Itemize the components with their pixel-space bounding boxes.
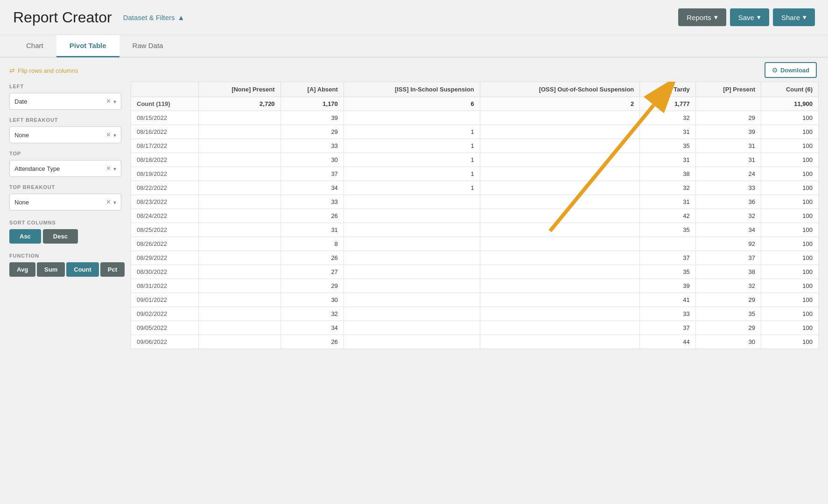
row-present: 35: [695, 307, 761, 321]
col-header-oss: [OSS] Out-of-School Suspension: [480, 82, 640, 97]
row-iss: [344, 293, 480, 307]
row-oss: [480, 279, 640, 293]
row-absent: 32: [281, 307, 344, 321]
table-row: 09/05/2022 34 37 29 100: [131, 321, 819, 335]
row-count: 100: [761, 293, 818, 307]
func-sum-button[interactable]: Sum: [37, 262, 65, 277]
table-area: ⊙ Download: [131, 57, 828, 504]
download-label: Download: [780, 67, 809, 74]
flip-icon: ⇄: [9, 67, 15, 74]
row-none-present: [198, 195, 281, 209]
row-none-present: [198, 237, 281, 251]
top-select[interactable]: Attendance Type: [9, 160, 121, 177]
row-absent: 33: [281, 195, 344, 209]
share-label: Share: [781, 14, 800, 21]
top-section-label: TOP: [9, 151, 121, 156]
header: Report Creator Dataset & Filters ▲ Repor…: [0, 0, 828, 35]
row-none-present: [198, 251, 281, 265]
row-present: 33: [695, 181, 761, 195]
row-absent: 29: [281, 125, 344, 139]
row-oss: [480, 293, 640, 307]
left-breakout-select[interactable]: None: [9, 126, 121, 143]
top-breakout-controls: [106, 198, 116, 206]
function-label: FUNCTION: [9, 253, 121, 259]
chevron-down-icon: ▾: [803, 13, 807, 21]
tab-chart[interactable]: Chart: [13, 35, 56, 57]
row-iss: 1: [344, 153, 480, 167]
row-present: 92: [695, 237, 761, 251]
left-chevron-icon: [113, 98, 116, 105]
table-row: 08/23/2022 33 31 36 100: [131, 195, 819, 209]
sort-columns-label: SORT COLUMNS: [9, 220, 121, 225]
row-none-present: [198, 223, 281, 237]
row-absent: 29: [281, 279, 344, 293]
table-row: 08/22/2022 34 1 32 33 100: [131, 181, 819, 195]
save-button[interactable]: Save ▾: [730, 8, 769, 26]
table-row: 08/16/2022 29 1 31 39 100: [131, 125, 819, 139]
row-tardy: 39: [640, 279, 695, 293]
row-count: 100: [761, 265, 818, 279]
func-avg-button[interactable]: Avg: [9, 262, 35, 277]
table-row: 09/06/2022 26 44 30 100: [131, 335, 819, 349]
row-none-present: [198, 125, 281, 139]
top-chevron-icon: [113, 165, 116, 172]
sort-desc-button[interactable]: Desc: [43, 229, 78, 244]
app-container: Report Creator Dataset & Filters ▲ Repor…: [0, 0, 828, 504]
tab-pivot-table[interactable]: Pivot Table: [56, 35, 119, 57]
reports-button[interactable]: Reports ▾: [678, 8, 726, 26]
row-date: 08/17/2022: [131, 139, 199, 153]
row-present: 36: [695, 195, 761, 209]
top-breakout-clear-icon[interactable]: [106, 198, 111, 206]
tab-pivot-table-label: Pivot Table: [70, 42, 106, 49]
left-breakout-chevron-icon: [113, 132, 116, 139]
table-row: 08/25/2022 31 35 34 100: [131, 223, 819, 237]
row-date: 08/26/2022: [131, 237, 199, 251]
top-breakout-chevron-icon: [113, 199, 116, 206]
func-pct-button[interactable]: Pct: [100, 262, 125, 277]
row-date: 08/23/2022: [131, 195, 199, 209]
table-row: 08/19/2022 37 1 38 24 100: [131, 167, 819, 181]
row-none-present: [198, 321, 281, 335]
row-iss: 1: [344, 139, 480, 153]
row-absent: 26: [281, 209, 344, 223]
row-date: 08/24/2022: [131, 209, 199, 223]
top-breakout-select[interactable]: None: [9, 194, 121, 210]
flip-rows-columns-button[interactable]: ⇄ Flip rows and columns: [9, 67, 78, 74]
row-count: 100: [761, 139, 818, 153]
sort-asc-button[interactable]: Asc: [9, 229, 41, 244]
total-oss: 2: [480, 97, 640, 111]
row-count: 100: [761, 181, 818, 195]
left-clear-icon[interactable]: [106, 97, 111, 105]
share-button[interactable]: Share ▾: [773, 8, 815, 26]
download-button[interactable]: ⊙ Download: [765, 62, 817, 78]
row-date: 08/15/2022: [131, 111, 199, 125]
col-header-present: [P] Present: [695, 82, 761, 97]
row-present: 37: [695, 251, 761, 265]
tab-raw-data[interactable]: Raw Data: [119, 35, 176, 57]
func-count-button[interactable]: Count: [66, 262, 99, 277]
row-present: 32: [695, 209, 761, 223]
top-clear-icon[interactable]: [106, 164, 111, 173]
row-absent: 30: [281, 293, 344, 307]
row-oss: [480, 307, 640, 321]
top-select-controls: [106, 164, 116, 173]
left-select[interactable]: Date: [9, 93, 121, 110]
row-count: 100: [761, 153, 818, 167]
row-absent: 26: [281, 251, 344, 265]
pivot-table: [None] Present [A] Absent [ISS] In-Schoo…: [131, 82, 819, 349]
row-count: 100: [761, 167, 818, 181]
table-row: 08/26/2022 8 92 100: [131, 237, 819, 251]
col-header-count: Count (6): [761, 82, 818, 97]
row-present: 29: [695, 321, 761, 335]
row-none-present: [198, 293, 281, 307]
func-sum-label: Sum: [44, 266, 57, 273]
dataset-filter-button[interactable]: Dataset & Filters ▲: [123, 14, 185, 21]
row-none-present: [198, 335, 281, 349]
left-breakout-clear-icon[interactable]: [106, 131, 111, 139]
row-oss: [480, 251, 640, 265]
row-count: 100: [761, 251, 818, 265]
row-date: 09/02/2022: [131, 307, 199, 321]
col-header-date: [131, 82, 199, 97]
row-iss: 1: [344, 167, 480, 181]
row-present: 31: [695, 139, 761, 153]
